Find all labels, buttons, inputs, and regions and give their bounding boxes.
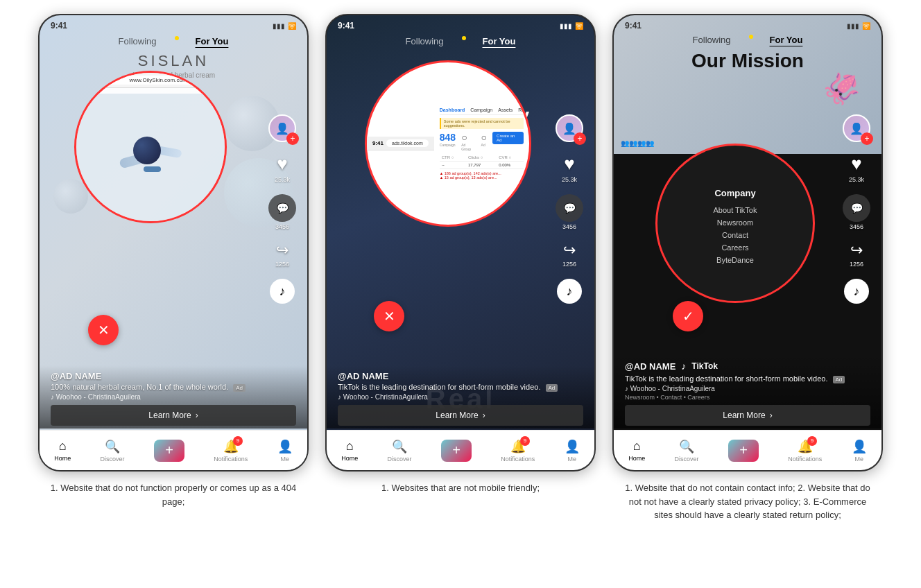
- following-tab-2[interactable]: Following: [406, 36, 444, 46]
- x-button-1[interactable]: ✕: [88, 315, 119, 345]
- create-btn-area[interactable]: Create an Ad: [492, 132, 524, 151]
- dashboard-tab-active: Dashboard: [440, 107, 465, 112]
- like-item-3[interactable]: ♥ 25.3k: [849, 153, 864, 183]
- nav-me-2[interactable]: 👤 Me: [565, 439, 580, 462]
- share-item-3[interactable]: ↪ 1256: [850, 241, 863, 268]
- phone2-top-bar: 9:41 ▮▮▮ 🛜: [327, 15, 594, 33]
- ad-badge-1: Ad: [233, 384, 246, 392]
- comment-count-3: 3456: [850, 223, 863, 230]
- menu-item-bytedance[interactable]: ByteDance: [716, 254, 754, 266]
- nav-me-3[interactable]: 👤 Me: [852, 439, 867, 462]
- nav-notif-1[interactable]: 🔔 9 Notifications: [214, 439, 248, 462]
- sphere-bg-2: [53, 179, 88, 214]
- nav-add-3[interactable]: +: [728, 440, 759, 462]
- music-2: ♪ Woohoo - ChristinaAguilera: [338, 393, 583, 401]
- nav-add-1[interactable]: +: [154, 440, 184, 462]
- menu-item-newsroom[interactable]: Newsroom: [717, 216, 754, 229]
- avatar-icon-3: 👤: [850, 122, 863, 135]
- nav-discover-2[interactable]: 🔍 Discover: [388, 439, 412, 462]
- comment-icon-3: 💬: [843, 194, 870, 222]
- me-icon-3: 👤: [852, 439, 867, 454]
- dot-indicator: [175, 36, 179, 40]
- menu-item-contact[interactable]: Contact: [722, 229, 748, 241]
- menu-item-careers[interactable]: Careers: [721, 241, 748, 254]
- nav-discover-1[interactable]: 🔍 Discover: [101, 439, 125, 462]
- for-you-tab-2[interactable]: For You: [483, 36, 516, 46]
- phone3-header-image: Following For You Our Mission 🦑 👥👥👥👥: [614, 15, 881, 154]
- like-item-1[interactable]: ♥ 25.3k: [275, 153, 290, 183]
- nav-add-2[interactable]: +: [441, 440, 472, 462]
- music-1: ♪ Woohoo - ChristinaAguilera: [51, 393, 296, 401]
- discover-icon-1: 🔍: [105, 439, 120, 454]
- nav-me-1[interactable]: 👤 Me: [277, 439, 293, 462]
- learn-more-btn-2[interactable]: Learn More ›: [338, 405, 583, 426]
- notif-label-2: Notifications: [501, 456, 535, 462]
- share-count-3: 1256: [850, 261, 863, 268]
- phone2-bottom-content: @AD NAME TikTok is the leading destinati…: [327, 365, 594, 429]
- dot-indicator-2: [462, 36, 466, 40]
- notif-badge-3: 9: [807, 436, 817, 446]
- music-3: ♪ Woohoo - ChristinaAguilera: [625, 385, 870, 392]
- notif-badge-2: 9: [520, 436, 530, 446]
- col-ctr: CTR ○: [440, 154, 466, 162]
- x-button-2[interactable]: ✕: [374, 301, 404, 331]
- ad-name-1: @AD NAME: [51, 371, 296, 381]
- for-you-tab[interactable]: For You: [196, 36, 229, 46]
- learn-more-btn-3[interactable]: Learn More ›: [625, 405, 870, 426]
- menu-item-about[interactable]: About TikTok: [714, 204, 757, 216]
- phone3-brand-row: @AD NAME ♪ TikTok: [625, 361, 870, 372]
- nav-home-2[interactable]: ⌂ Home: [341, 439, 358, 462]
- comment-item-3[interactable]: 💬 3456: [843, 194, 870, 230]
- phone2-nav-tabs: Following For You: [327, 33, 594, 49]
- tiktok-disc-icon-1: ♪: [270, 279, 295, 304]
- add-button-3[interactable]: +: [728, 440, 759, 462]
- chevron-right-icon-2: ›: [483, 410, 485, 420]
- nav-home-1[interactable]: ⌂ Home: [54, 439, 71, 462]
- home-icon-2: ⌂: [346, 439, 354, 453]
- notif-label-3: Notifications: [788, 456, 822, 462]
- share-item-1[interactable]: ↪ 1256: [275, 241, 289, 268]
- nav-discover-3[interactable]: 🔍 Discover: [675, 439, 699, 462]
- nav-notif-2[interactable]: 🔔 9 Notifications: [501, 439, 535, 462]
- ad-name-2: @AD NAME: [338, 371, 583, 381]
- check-button-3[interactable]: ✓: [673, 301, 703, 331]
- table-header-row: CTR ○ Clicks ○ CVR ○: [440, 154, 524, 162]
- create-ad-btn[interactable]: Create an Ad: [492, 132, 524, 144]
- phone-frame-3: 9:41 ▮▮▮ 🛜 Following For You Our Mission: [612, 14, 883, 472]
- tiktok-mini-icon-3: ♪: [681, 361, 686, 372]
- following-tab-3[interactable]: Following: [693, 35, 731, 45]
- like-item-2[interactable]: ♥ 25.3k: [562, 153, 577, 183]
- phone-card-1: 9:41 ▮▮▮ 🛜 Following For You SISLAN 100%…: [38, 14, 309, 508]
- share-item-2[interactable]: ↪ 1256: [562, 241, 576, 268]
- stat-number-3: ○: [481, 132, 487, 143]
- plus-badge-3: +: [861, 132, 873, 145]
- plus-badge-1: +: [286, 132, 299, 145]
- phone3-status-icons: ▮▮▮ 🛜: [847, 22, 870, 30]
- circle-overlay-1: 9:41 www.OilySkin.com.com: [74, 71, 227, 223]
- add-button-2[interactable]: +: [441, 440, 472, 462]
- discover-icon-3: 🔍: [679, 439, 694, 454]
- add-button-1[interactable]: +: [154, 440, 184, 462]
- me-label-2: Me: [567, 456, 576, 462]
- following-tab[interactable]: Following: [119, 36, 157, 46]
- me-icon-2: 👤: [565, 439, 580, 454]
- brand-name: SISLAN: [40, 49, 307, 71]
- dot-indicator-3: [749, 35, 753, 39]
- caption-3: 1. Website that do not contain contact i…: [623, 481, 872, 522]
- nav-notif-3[interactable]: 🔔 9 Notifications: [788, 439, 822, 462]
- avatar-icon-2: 👤: [562, 122, 576, 135]
- our-mission-text: Our Mission: [614, 50, 881, 72]
- right-icons-2: 👤 + ♥ 25.3k 💬 3456 ↪ 1256: [556, 114, 583, 304]
- learn-more-btn-1[interactable]: Learn More ›: [51, 405, 296, 426]
- wifi-icon-3: 🛜: [862, 22, 870, 30]
- for-you-tab-3[interactable]: For You: [770, 35, 803, 45]
- home-icon-1: ⌂: [59, 439, 67, 453]
- tiktok-disc-icon-2: ♪: [557, 279, 582, 304]
- comment-item-1[interactable]: 💬 3456: [268, 194, 296, 230]
- ad-badge-2: Ad: [546, 384, 558, 392]
- like-icon-2: ♥: [564, 153, 574, 175]
- nav-home-3[interactable]: ⌂ Home: [628, 439, 645, 462]
- phone-frame-1: 9:41 ▮▮▮ 🛜 Following For You SISLAN 100%…: [38, 14, 309, 472]
- cvr-val: 0.00%: [497, 162, 524, 169]
- comment-item-2[interactable]: 💬 3456: [556, 194, 583, 230]
